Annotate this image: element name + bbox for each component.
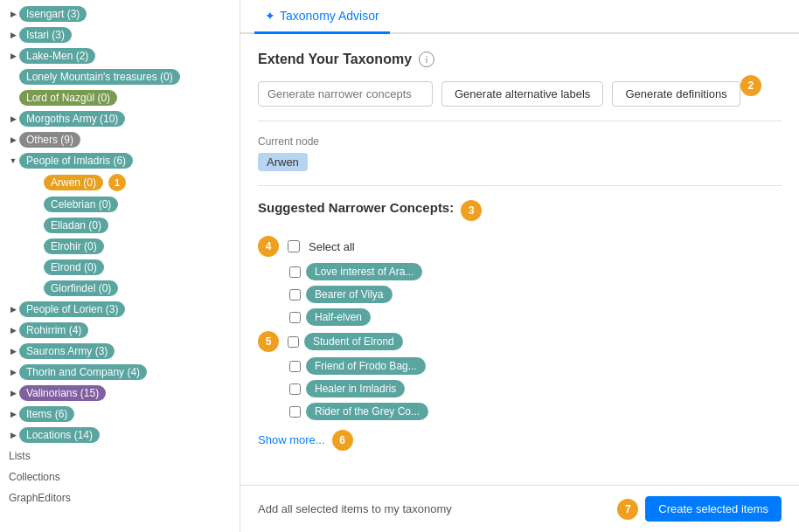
sidebar-item-istari[interactable]: ▶Istari (3) (0, 24, 240, 45)
sidebar-item-celebrian[interactable]: Celebrian (0) (0, 194, 240, 215)
callout-4: 4 (258, 236, 279, 257)
sidebar-tag-items: Items (6) (19, 406, 74, 422)
checkbox-c3[interactable] (289, 312, 301, 323)
concept-tag-c1: Love interest of Ara... (306, 263, 422, 280)
sidebar-item-items[interactable]: ▶Items (6) (0, 404, 240, 425)
sidebar-item-valinorians[interactable]: ▶Valinorians (15) (0, 383, 240, 404)
generate-alternative-btn[interactable]: Generate alternative labels (441, 81, 603, 107)
sidebar-tag-glorfindel: Glorfindel (0) (44, 280, 118, 296)
people-of-imladris-arrow-icon: ▼ (7, 156, 19, 165)
sidebar-item-lord-of-nazgul[interactable]: Lord of Nazgûl (0) (0, 87, 240, 108)
select-all-label: Select all (309, 240, 355, 253)
sidebar-item-lonely-mountain[interactable]: Lonely Mountain's treasures (0) (0, 66, 240, 87)
sidebar-item-elladan[interactable]: Elladan (0) (0, 215, 240, 236)
sidebar-item-locations[interactable]: ▶Locations (14) (0, 425, 240, 446)
sidebar-item-elrond[interactable]: Elrond (0) (0, 257, 240, 278)
sidebar-tag-others: Others (9) (19, 132, 80, 148)
sidebar-link-lists[interactable]: Lists (0, 446, 240, 466)
divider-2 (258, 185, 782, 186)
rohirrim-arrow-icon: ▶ (7, 326, 19, 335)
locations-arrow-icon: ▶ (7, 431, 19, 439)
callout-2: 2 (740, 75, 761, 96)
sidebar-item-glorfindel[interactable]: Glorfindel (0) (0, 278, 240, 299)
concept-tag-c4: Student of Elrond (304, 333, 403, 350)
sidebar-item-lake-men[interactable]: ▶Lake-Men (2) (0, 45, 240, 66)
concept-row-c7: Rider of the Grey Co... (258, 400, 782, 423)
sidebar-tag-elladan: Elladan (0) (44, 218, 108, 233)
sidebar-tag-elrond: Elrond (0) (44, 259, 104, 275)
suggested-title: Suggested Narrower Concepts: (258, 200, 454, 215)
sidebar-tag-lake-men: Lake-Men (2) (19, 48, 95, 64)
sidebar-item-people-of-imladris[interactable]: ▼People of Imladris (6) (0, 150, 240, 171)
sidebar-tag-people-of-imladris: People of Imladris (6) (19, 153, 133, 169)
select-all-checkbox-row: Select all (288, 240, 355, 253)
sidebar-link-collections[interactable]: Collections (0, 466, 240, 487)
sidebar-tag-locations: Locations (14) (19, 427, 100, 443)
sidebar-item-saurons-army[interactable]: ▶Saurons Army (3) (0, 341, 240, 362)
sidebar-item-thorin-and-company[interactable]: ▶Thorin and Company (4) (0, 362, 240, 383)
sidebar-item-morgoths-army[interactable]: ▶Morgoths Army (10) (0, 108, 240, 129)
thorin-and-company-arrow-icon: ▶ (7, 368, 19, 377)
sidebar-tag-elrohir: Elrohir (0) (44, 238, 104, 254)
input-row: Generate alternative labels Generate def… (258, 81, 782, 107)
sidebar-tag-people-of-lorien: People of Lorien (3) (19, 301, 125, 317)
current-node-label: Current node (258, 135, 782, 148)
concept-tag-c3: Half-elven (306, 308, 371, 326)
lake-men-arrow-icon: ▶ (7, 52, 19, 60)
tab-bar: ✦ Taxonomy Advisor (240, 0, 799, 34)
footer-bar: Add all selected items to my taxonomy 7 … (240, 485, 799, 532)
checkbox-c2[interactable] (289, 289, 301, 301)
tab-label: Taxonomy Advisor (280, 9, 379, 23)
callout-1: 1 (108, 174, 126, 191)
select-all-checkbox[interactable] (288, 240, 300, 252)
checkbox-c7[interactable] (289, 406, 301, 418)
sidebar-link-grapheditors[interactable]: GraphEditors (0, 487, 240, 508)
sidebar-item-rohirrim[interactable]: ▶Rohirrim (4) (0, 320, 240, 341)
star-icon: ✦ (265, 9, 275, 23)
content: Extend Your Taxonomy i Generate alternat… (240, 34, 799, 469)
morgoths-army-arrow-icon: ▶ (7, 114, 19, 123)
concept-row-c5: Friend of Frodo Bag... (258, 355, 782, 377)
concept-row-c3: Half-elven (258, 306, 782, 328)
checkbox-c1[interactable] (289, 266, 301, 278)
sidebar-item-people-of-lorien[interactable]: ▶People of Lorien (3) (0, 299, 240, 320)
sidebar-tag-morgoths-army: Morgoths Army (10) (19, 111, 125, 127)
sidebar-item-elrohir[interactable]: Elrohir (0) (0, 236, 240, 257)
concept-row-c6: Healer in Imladris (258, 377, 782, 400)
concept-tag-c7: Rider of the Grey Co... (306, 403, 428, 420)
checkbox-c5[interactable] (289, 361, 301, 372)
sidebar-tag-lonely-mountain: Lonely Mountain's treasures (0) (19, 69, 180, 85)
concept-row-c4: 5Student of Elrond (258, 328, 782, 355)
generate-definitions-btn[interactable]: Generate definitions (612, 81, 740, 107)
suggested-header: Suggested Narrower Concepts: 3 (258, 200, 782, 225)
generate-input[interactable] (258, 81, 433, 107)
sidebar-tag-celebrian: Celebrian (0) (44, 197, 118, 212)
create-selected-btn[interactable]: Create selected items (645, 496, 782, 522)
sidebar-tag-rohirrim: Rohirrim (4) (19, 322, 88, 338)
concepts-list: Love interest of Ara...Bearer of VilyaHa… (258, 260, 782, 423)
concept-tag-c2: Bearer of Vilya (306, 286, 393, 303)
show-more-link[interactable]: Show more... (258, 428, 325, 452)
callout-7: 7 (617, 499, 638, 520)
sidebar-item-others[interactable]: ▶Others (9) (0, 129, 240, 150)
divider-1 (258, 121, 782, 121)
sidebar-tag-valinorians: Valinorians (15) (19, 385, 106, 401)
section-title: Extend Your Taxonomy (258, 52, 412, 67)
current-node-tag-wrapper: Arwen (258, 153, 782, 171)
people-of-lorien-arrow-icon: ▶ (7, 305, 19, 314)
main-panel: ✦ Taxonomy Advisor Extend Your Taxonomy … (240, 0, 799, 532)
footer-actions: 7 Create selected items (617, 496, 782, 522)
sidebar-tag-isengart: Isengart (3) (19, 6, 87, 22)
sidebar-item-isengart[interactable]: ▶Isengart (3) (0, 3, 240, 24)
show-more-row: Show more... 6 (258, 428, 782, 452)
info-icon[interactable]: i (419, 52, 434, 67)
checkbox-c4[interactable] (288, 336, 299, 348)
valinorians-arrow-icon: ▶ (7, 389, 19, 397)
current-node-tag: Arwen (258, 153, 308, 171)
checkbox-c6[interactable] (289, 383, 301, 395)
saurons-army-arrow-icon: ▶ (7, 347, 19, 356)
tab-taxonomy-advisor[interactable]: ✦ Taxonomy Advisor (254, 0, 390, 34)
concept-tag-c6: Healer in Imladris (306, 380, 405, 397)
concept-row-c2: Bearer of Vilya (258, 283, 782, 306)
sidebar-item-arwen[interactable]: Arwen (0)1 (0, 171, 240, 194)
